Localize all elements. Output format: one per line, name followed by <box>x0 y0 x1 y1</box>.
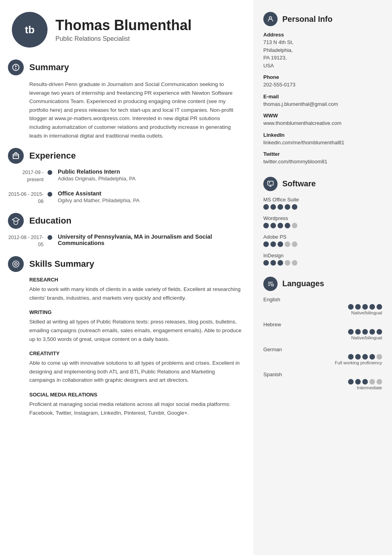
exp-title-1: Public Relations Intern <box>58 168 242 175</box>
language-dot-1-1 <box>355 329 361 335</box>
language-dots-3 <box>263 379 382 385</box>
language-level-2: Full working proficiency <box>263 360 382 365</box>
skill-cat-research: RESEARCH <box>29 277 242 283</box>
language-dot-2-2 <box>362 354 368 360</box>
edu-item-1: 2012-08 - 2017-05 University of Pennsylv… <box>8 233 242 248</box>
language-dot-3-4 <box>377 379 382 385</box>
software-dot-1-1 <box>270 223 276 228</box>
svg-point-0 <box>13 64 19 71</box>
software-item-0: MS Office Suite <box>263 197 382 210</box>
language-dot-0-2 <box>362 304 368 310</box>
language-list: EnglishNative/bilingualHebrewNative/bili… <box>263 297 382 390</box>
education-title: Education <box>29 216 71 226</box>
language-item-3: SpanishIntermediate <box>263 371 382 390</box>
software-name-2: Adobe PS <box>263 234 382 240</box>
svg-rect-10 <box>268 181 273 185</box>
summary-title: Summary <box>29 62 69 73</box>
software-section: Software MS Office SuiteWordpressAdobe P… <box>263 177 382 266</box>
language-dots-2 <box>263 354 382 360</box>
skill-creativity: CREATIVITY Able to come up with innovati… <box>8 350 242 385</box>
www-label: WWW <box>263 113 382 119</box>
language-level-0: Native/bilingual <box>263 310 382 315</box>
software-dot-1-2 <box>278 223 283 228</box>
language-item-2: GermanFull working proficiency <box>263 346 382 365</box>
experience-title: Experience <box>29 151 76 161</box>
skill-research: RESEARCH Able to work with many kinds of… <box>8 277 242 302</box>
personal-info-icon <box>263 12 278 26</box>
software-dots-1 <box>263 223 382 228</box>
address-value: 713 N 4th St,Philadelphia,PA 19123,USA <box>263 38 382 69</box>
skill-cat-writing: WRITING <box>29 309 242 315</box>
exp-title-2: Office Assistant <box>58 190 242 197</box>
left-column: tb Thomas Blumenthal Public Relations Sp… <box>0 0 253 555</box>
header-text: Thomas Blumenthal Public Relations Speci… <box>55 17 192 42</box>
software-dots-0 <box>263 204 382 210</box>
phone-label: Phone <box>263 74 382 80</box>
software-item-3: InDesign <box>263 253 382 266</box>
software-name-3: InDesign <box>263 253 382 258</box>
language-dot-1-0 <box>348 329 354 335</box>
language-dot-3-3 <box>369 379 375 385</box>
phone-group: Phone 202-555-0173 <box>263 74 382 89</box>
language-dot-3-2 <box>362 379 368 385</box>
address-label: Address <box>263 32 382 38</box>
edu-title-1: University of Pennsylvania, MA in Journa… <box>58 233 242 246</box>
education-section: Education 2012-08 - 2017-05 University o… <box>8 213 242 248</box>
svg-marker-5 <box>12 218 19 222</box>
svg-point-9 <box>269 17 272 19</box>
software-dot-3-0 <box>263 260 269 266</box>
language-name-0: English <box>263 297 382 302</box>
education-icon <box>8 213 24 229</box>
summary-text: Results-driven Penn graduate in Journali… <box>29 80 242 140</box>
software-dot-3-2 <box>278 260 283 266</box>
candidate-name: Thomas Blumenthal <box>55 17 192 34</box>
software-dot-2-1 <box>270 241 276 247</box>
exp-company-2: Ogilvy and Mather, Philadelphia, PA <box>58 197 242 203</box>
edu-dot-1 <box>48 235 52 240</box>
twitter-value: twitter.com/thommybloom81 <box>263 158 382 166</box>
software-list: MS Office SuiteWordpressAdobe PSInDesign <box>263 197 382 266</box>
software-dot-0-1 <box>270 204 276 210</box>
language-name-2: German <box>263 346 382 352</box>
languages-title: Languages <box>282 279 324 288</box>
experience-header: Experience <box>8 148 242 164</box>
skills-icon <box>8 256 24 272</box>
language-dot-2-3 <box>369 354 375 360</box>
language-dot-0-0 <box>348 304 354 310</box>
exp-details-1: Public Relations Intern Adidas Originals… <box>58 168 242 183</box>
exp-date-2: 2015-06 - 2015-08 <box>8 190 48 205</box>
language-level-1: Native/bilingual <box>263 335 382 340</box>
svg-point-8 <box>15 264 17 265</box>
language-dot-1-2 <box>362 329 368 335</box>
language-dot-3-1 <box>355 379 361 385</box>
avatar: tb <box>12 12 48 48</box>
software-dot-2-2 <box>278 241 283 247</box>
language-dot-0-1 <box>355 304 361 310</box>
software-dot-0-4 <box>292 204 297 210</box>
skill-writing: WRITING Skilled at writing all types of … <box>8 309 242 343</box>
software-dot-1-0 <box>263 223 269 228</box>
svg-point-1 <box>15 65 17 67</box>
svg-rect-3 <box>13 154 19 159</box>
skills-header: Skills Summary <box>8 256 242 272</box>
exp-dot-2 <box>48 192 52 197</box>
language-dot-3-0 <box>348 379 354 385</box>
skill-social: SOCIAL MEDIA RELATIONS Proficient at man… <box>8 392 242 417</box>
language-dot-2-0 <box>348 354 354 360</box>
software-dot-3-3 <box>285 260 290 266</box>
linkedin-label: LinkedIn <box>263 132 382 138</box>
edu-date-1: 2012-08 - 2017-05 <box>8 233 48 248</box>
education-header: Education <box>8 213 242 229</box>
software-dots-2 <box>263 241 382 247</box>
language-dot-1-4 <box>377 329 382 335</box>
avatar-initials: tb <box>25 24 35 36</box>
summary-section: Summary Results-driven Penn graduate in … <box>8 59 242 140</box>
edu-details-1: University of Pennsylvania, MA in Journa… <box>58 233 242 248</box>
software-dot-0-0 <box>263 204 269 210</box>
www-value: www.thomblumenthalcreative.com <box>263 119 382 127</box>
personal-info-title: Personal Info <box>282 15 333 24</box>
experience-section: Experience 2017-09 - present Public Rela… <box>8 148 242 205</box>
software-dot-1-3 <box>285 223 290 228</box>
software-dot-2-3 <box>285 241 290 247</box>
twitter-label: Twitter <box>263 151 382 157</box>
